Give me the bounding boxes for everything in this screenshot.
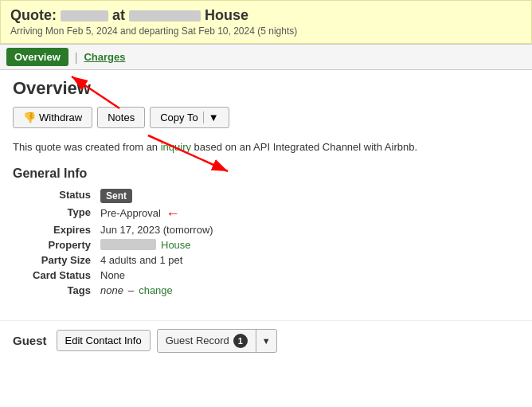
card-status-label: Card Status <box>13 269 100 281</box>
redacted-name-1 <box>61 10 108 22</box>
general-info-table: Status Sent Type Pre-Approval ← Expires … <box>13 189 519 296</box>
tags-label: Tags <box>13 284 100 296</box>
notes-button[interactable]: Notes <box>97 107 145 128</box>
guest-record-dropdown-button[interactable]: ▼ <box>256 332 276 350</box>
property-label: Property <box>13 239 100 251</box>
notes-label: Notes <box>108 112 135 123</box>
tab-overview[interactable]: Overview <box>6 48 68 66</box>
card-status-row: Card Status None <box>13 269 519 281</box>
type-label: Type <box>13 206 100 218</box>
withdraw-button[interactable]: 👎 Withdraw <box>13 107 92 128</box>
copy-to-label: Copy To <box>160 112 198 123</box>
house-label: House <box>205 7 248 23</box>
expires-label: Expires <box>13 224 100 236</box>
action-buttons: 👎 Withdraw Notes Copy To ▼ <box>13 107 519 128</box>
guest-record-caret-icon: ▼ <box>262 336 271 346</box>
type-arrow: ← <box>166 206 180 221</box>
info-text-prefix: This quote was created from an <box>13 141 161 153</box>
expires-row: Expires Jun 17, 2023 (tomorrow) <box>13 224 519 236</box>
at-label: at <box>112 7 125 23</box>
property-link[interactable]: House <box>161 239 191 251</box>
tags-change-link[interactable]: change <box>139 284 173 296</box>
withdraw-icon: 👎 <box>23 112 36 123</box>
type-row: Type Pre-Approval ← <box>13 206 519 221</box>
tags-none: none <box>100 284 123 296</box>
expires-value: Jun 17, 2023 (tomorrow) <box>100 224 213 236</box>
header-bar: Quote: at House Arriving Mon Feb 5, 2024… <box>0 0 532 44</box>
tags-row: Tags none – change <box>13 284 519 296</box>
guest-label: Guest <box>13 334 47 347</box>
guest-section: Guest Edit Contact Info Guest Record 1 ▼ <box>0 320 532 361</box>
withdraw-label: Withdraw <box>39 112 82 123</box>
redacted-name-2 <box>129 10 201 22</box>
guest-record-count: 1 <box>233 334 248 348</box>
type-text: Pre-Approval <box>100 207 161 219</box>
info-text-suffix: based on an API Integrated Channel with … <box>191 141 417 153</box>
property-value: House <box>100 239 191 251</box>
type-value: Pre-Approval ← <box>100 206 180 221</box>
status-label: Status <box>13 189 100 201</box>
main-content: Overview 👎 Withdraw Notes Copy To ▼ This… <box>0 70 532 320</box>
guest-record-button-group: Guest Record 1 ▼ <box>157 329 277 353</box>
status-row: Status Sent <box>13 189 519 203</box>
general-info-title: General Info <box>13 166 519 181</box>
quote-label: Quote: <box>10 7 57 23</box>
guest-record-label: Guest Record <box>166 335 229 346</box>
status-value: Sent <box>100 189 132 203</box>
card-status-value: None <box>100 269 125 281</box>
edit-contact-button[interactable]: Edit Contact Info <box>57 330 151 351</box>
status-badge: Sent <box>100 189 132 203</box>
party-size-label: Party Size <box>13 254 100 266</box>
party-size-row: Party Size 4 adults and 1 pet <box>13 254 519 266</box>
quote-dates: Arriving Mon Feb 5, 2024 and departing S… <box>10 25 522 37</box>
property-row: Property House <box>13 239 519 251</box>
tags-value: none – change <box>100 284 173 296</box>
copy-to-caret: ▼ <box>203 112 219 123</box>
party-size-value: 4 adults and 1 pet <box>100 254 182 266</box>
copy-to-button[interactable]: Copy To ▼ <box>150 107 229 128</box>
tab-charges[interactable]: Charges <box>84 51 125 63</box>
quote-title: Quote: at House <box>10 7 522 24</box>
tab-divider: | <box>75 51 78 64</box>
tags-dash: – <box>128 284 134 296</box>
info-text: This quote was created from an inquiry b… <box>13 139 519 155</box>
property-redacted <box>100 239 156 250</box>
page-title: Overview <box>13 78 519 99</box>
tabs-bar: Overview | Charges <box>0 44 532 70</box>
guest-record-main-button[interactable]: Guest Record 1 <box>158 330 256 352</box>
inquiry-link[interactable]: inquiry <box>161 141 191 153</box>
